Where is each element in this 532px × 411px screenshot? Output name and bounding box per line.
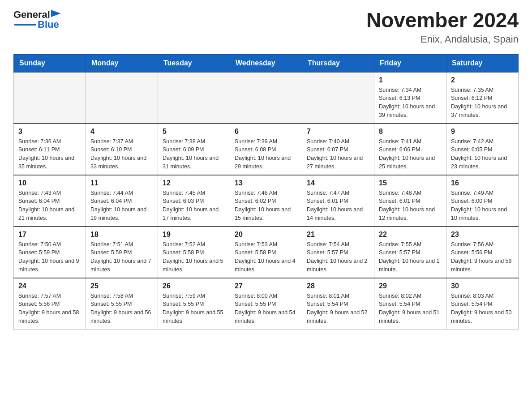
calendar-cell xyxy=(86,72,158,124)
calendar-cell xyxy=(230,72,302,124)
day-number: 11 xyxy=(90,179,153,187)
header-cell-friday: Friday xyxy=(374,54,446,72)
calendar-header: SundayMondayTuesdayWednesdayThursdayFrid… xyxy=(14,54,519,72)
calendar-cell: 16Sunrise: 7:49 AMSunset: 6:00 PMDayligh… xyxy=(446,175,519,227)
calendar-week-2: 3Sunrise: 7:36 AMSunset: 6:11 PMDaylight… xyxy=(14,124,519,175)
calendar-week-3: 10Sunrise: 7:43 AMSunset: 6:04 PMDayligh… xyxy=(14,175,519,227)
calendar-cell: 15Sunrise: 7:48 AMSunset: 6:01 PMDayligh… xyxy=(374,175,446,227)
calendar-cell xyxy=(14,72,86,124)
day-number: 1 xyxy=(379,76,442,84)
logo-flag-icon xyxy=(51,10,61,20)
calendar-cell: 10Sunrise: 7:43 AMSunset: 6:04 PMDayligh… xyxy=(14,175,86,227)
day-info: Sunrise: 7:42 AMSunset: 6:05 PMDaylight:… xyxy=(451,137,514,171)
header-cell-wednesday: Wednesday xyxy=(230,54,302,72)
calendar-cell: 19Sunrise: 7:52 AMSunset: 5:58 PMDayligh… xyxy=(158,227,230,278)
day-info: Sunrise: 7:57 AMSunset: 5:56 PMDaylight:… xyxy=(18,292,81,325)
calendar-cell: 24Sunrise: 7:57 AMSunset: 5:56 PMDayligh… xyxy=(14,278,86,330)
day-info: Sunrise: 7:53 AMSunset: 5:58 PMDaylight:… xyxy=(235,240,297,274)
title-block: November 2024 Enix, Andalusia, Spain xyxy=(366,9,519,45)
day-number: 30 xyxy=(451,282,514,290)
header-cell-monday: Monday xyxy=(86,54,158,72)
calendar-cell: 20Sunrise: 7:53 AMSunset: 5:58 PMDayligh… xyxy=(230,227,302,278)
calendar-cell: 11Sunrise: 7:44 AMSunset: 6:04 PMDayligh… xyxy=(86,175,158,227)
day-info: Sunrise: 7:49 AMSunset: 6:00 PMDaylight:… xyxy=(451,189,514,223)
day-number: 14 xyxy=(307,179,369,187)
logo: General Blue xyxy=(13,9,61,30)
calendar-table: SundayMondayTuesdayWednesdayThursdayFrid… xyxy=(13,54,519,330)
day-number: 13 xyxy=(235,179,297,187)
calendar-cell: 22Sunrise: 7:55 AMSunset: 5:57 PMDayligh… xyxy=(374,227,446,278)
day-number: 29 xyxy=(379,282,442,290)
day-number: 25 xyxy=(90,282,153,290)
day-number: 27 xyxy=(235,282,297,290)
day-number: 3 xyxy=(18,128,81,136)
day-info: Sunrise: 7:41 AMSunset: 6:06 PMDaylight:… xyxy=(379,137,442,171)
header-cell-thursday: Thursday xyxy=(302,54,374,72)
day-number: 7 xyxy=(307,128,369,136)
calendar-cell: 18Sunrise: 7:51 AMSunset: 5:59 PMDayligh… xyxy=(86,227,158,278)
calendar-cell: 2Sunrise: 7:35 AMSunset: 6:12 PMDaylight… xyxy=(446,72,519,124)
calendar-cell: 7Sunrise: 7:40 AMSunset: 6:07 PMDaylight… xyxy=(302,124,374,175)
calendar-cell: 5Sunrise: 7:38 AMSunset: 6:09 PMDaylight… xyxy=(158,124,230,175)
calendar-cell xyxy=(302,72,374,124)
day-number: 6 xyxy=(235,128,297,136)
calendar-cell: 28Sunrise: 8:01 AMSunset: 5:54 PMDayligh… xyxy=(302,278,374,330)
day-info: Sunrise: 7:40 AMSunset: 6:07 PMDaylight:… xyxy=(307,137,369,171)
calendar-title: November 2024 xyxy=(366,9,519,32)
calendar-cell: 14Sunrise: 7:47 AMSunset: 6:01 PMDayligh… xyxy=(302,175,374,227)
day-info: Sunrise: 8:02 AMSunset: 5:54 PMDaylight:… xyxy=(379,292,442,325)
day-number: 19 xyxy=(163,231,225,239)
day-info: Sunrise: 8:03 AMSunset: 5:54 PMDaylight:… xyxy=(451,292,514,325)
page-header: General Blue November 2024 Enix, Andalus… xyxy=(13,9,519,45)
day-number: 2 xyxy=(451,76,514,84)
logo-blue: Blue xyxy=(38,19,59,30)
day-info: Sunrise: 8:01 AMSunset: 5:54 PMDaylight:… xyxy=(307,292,369,325)
calendar-cell: 6Sunrise: 7:39 AMSunset: 6:08 PMDaylight… xyxy=(230,124,302,175)
calendar-cell: 27Sunrise: 8:00 AMSunset: 5:55 PMDayligh… xyxy=(230,278,302,330)
day-number: 4 xyxy=(90,128,153,136)
day-number: 24 xyxy=(18,282,81,290)
calendar-cell: 17Sunrise: 7:50 AMSunset: 5:59 PMDayligh… xyxy=(14,227,86,278)
day-info: Sunrise: 7:45 AMSunset: 6:03 PMDaylight:… xyxy=(163,189,225,223)
day-number: 21 xyxy=(307,231,369,239)
day-info: Sunrise: 7:48 AMSunset: 6:01 PMDaylight:… xyxy=(379,189,442,223)
calendar-cell: 21Sunrise: 7:54 AMSunset: 5:57 PMDayligh… xyxy=(302,227,374,278)
calendar-cell: 3Sunrise: 7:36 AMSunset: 6:11 PMDaylight… xyxy=(14,124,86,175)
day-info: Sunrise: 7:39 AMSunset: 6:08 PMDaylight:… xyxy=(235,137,297,171)
day-number: 8 xyxy=(379,128,442,136)
day-number: 17 xyxy=(18,231,81,239)
header-cell-saturday: Saturday xyxy=(446,54,519,72)
day-number: 22 xyxy=(379,231,442,239)
day-info: Sunrise: 7:51 AMSunset: 5:59 PMDaylight:… xyxy=(90,240,153,274)
day-info: Sunrise: 7:35 AMSunset: 6:12 PMDaylight:… xyxy=(451,86,514,120)
day-number: 26 xyxy=(163,282,225,290)
day-number: 10 xyxy=(18,179,81,187)
day-info: Sunrise: 7:44 AMSunset: 6:04 PMDaylight:… xyxy=(90,189,153,223)
calendar-header-row: SundayMondayTuesdayWednesdayThursdayFrid… xyxy=(14,54,519,72)
day-info: Sunrise: 7:37 AMSunset: 6:10 PMDaylight:… xyxy=(90,137,153,171)
header-cell-tuesday: Tuesday xyxy=(158,54,230,72)
day-info: Sunrise: 7:34 AMSunset: 6:13 PMDaylight:… xyxy=(379,86,442,120)
day-number: 15 xyxy=(379,179,442,187)
svg-marker-0 xyxy=(51,10,61,17)
day-info: Sunrise: 7:54 AMSunset: 5:57 PMDaylight:… xyxy=(307,240,369,274)
day-info: Sunrise: 7:47 AMSunset: 6:01 PMDaylight:… xyxy=(307,189,369,223)
day-number: 5 xyxy=(163,128,225,136)
calendar-cell: 13Sunrise: 7:46 AMSunset: 6:02 PMDayligh… xyxy=(230,175,302,227)
day-number: 9 xyxy=(451,128,514,136)
calendar-cell: 25Sunrise: 7:58 AMSunset: 5:55 PMDayligh… xyxy=(86,278,158,330)
day-info: Sunrise: 7:50 AMSunset: 5:59 PMDaylight:… xyxy=(18,240,81,274)
calendar-cell: 1Sunrise: 7:34 AMSunset: 6:13 PMDaylight… xyxy=(374,72,446,124)
calendar-cell: 23Sunrise: 7:56 AMSunset: 5:56 PMDayligh… xyxy=(446,227,519,278)
day-number: 16 xyxy=(451,179,514,187)
calendar-cell: 8Sunrise: 7:41 AMSunset: 6:06 PMDaylight… xyxy=(374,124,446,175)
calendar-subtitle: Enix, Andalusia, Spain xyxy=(366,34,519,45)
day-info: Sunrise: 7:56 AMSunset: 5:56 PMDaylight:… xyxy=(451,240,514,274)
calendar-cell: 26Sunrise: 7:59 AMSunset: 5:55 PMDayligh… xyxy=(158,278,230,330)
day-number: 12 xyxy=(163,179,225,187)
day-info: Sunrise: 7:58 AMSunset: 5:55 PMDaylight:… xyxy=(90,292,153,325)
calendar-cell xyxy=(158,72,230,124)
calendar-week-1: 1Sunrise: 7:34 AMSunset: 6:13 PMDaylight… xyxy=(14,72,519,124)
calendar-cell: 29Sunrise: 8:02 AMSunset: 5:54 PMDayligh… xyxy=(374,278,446,330)
day-number: 28 xyxy=(307,282,369,290)
